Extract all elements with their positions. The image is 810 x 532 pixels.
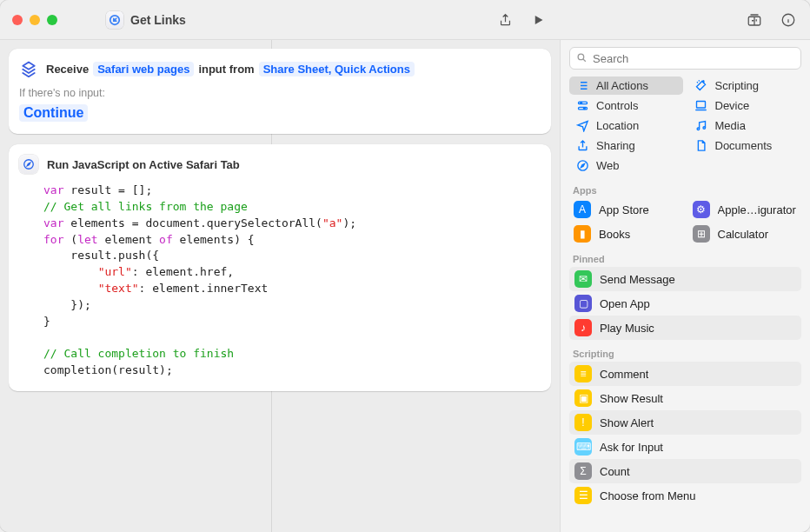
category-label: Documents (715, 139, 773, 152)
category-sharing[interactable]: Sharing (569, 136, 683, 155)
action-label: Apple…igurator (718, 203, 796, 216)
action-label: Comment (600, 368, 648, 381)
action-row[interactable]: ☰Choose from Menu (569, 483, 801, 508)
section-header-apps: Apps (561, 178, 810, 198)
titlebar: Get Links (0, 0, 810, 40)
doc-icon (694, 139, 708, 152)
menu-icon: ☰ (574, 487, 592, 504)
zoom-window-button[interactable] (47, 15, 57, 25)
wand-icon (694, 79, 708, 92)
search-input[interactable] (569, 47, 801, 70)
list-icon (575, 79, 589, 92)
no-input-label: If there's no input: (19, 87, 541, 99)
books-icon: ▮ (574, 225, 591, 243)
js-card-title: Run JavaScript on Active Safari Tab (47, 158, 240, 171)
library-toggle-button[interactable] (746, 12, 763, 28)
action-row[interactable]: ♪Play Music (569, 316, 801, 340)
svg-point-12 (577, 161, 587, 170)
workflow-editor[interactable]: Receive Safari web pages input from Shar… (0, 40, 560, 532)
run-javascript-card[interactable]: Run JavaScript on Active Safari Tab var … (9, 144, 551, 391)
body: Receive Safari web pages input from Shar… (0, 40, 810, 532)
count-icon: Σ (574, 462, 592, 480)
section-scripting: ≡Comment▣Show Result!Show Alert⌨Ask for … (561, 362, 810, 509)
action-row[interactable]: AApp Store (569, 198, 683, 221)
location-icon (575, 119, 589, 132)
category-web[interactable]: Web (569, 156, 683, 175)
action-label: Play Music (600, 322, 654, 335)
device-icon (694, 99, 708, 112)
action-label: App Store (599, 203, 649, 216)
category-controls[interactable]: Controls (569, 96, 683, 115)
input-type-token[interactable]: Safari web pages (93, 62, 194, 76)
action-label: Send Message (600, 273, 675, 286)
action-row[interactable]: ⊞Calculator (688, 223, 802, 245)
section-pinned: ✉Send Message▢Open App♪Play Music (561, 267, 810, 342)
svg-point-11 (703, 127, 706, 130)
share-up-icon (575, 139, 589, 152)
result-icon: ▣ (574, 389, 592, 407)
safari-action-icon (19, 155, 38, 174)
svg-point-7 (580, 102, 581, 103)
workflow-input-card[interactable]: Receive Safari web pages input from Shar… (9, 49, 551, 134)
category-documents[interactable]: Documents (688, 136, 802, 155)
svg-point-4 (578, 54, 584, 59)
category-label: Media (715, 119, 746, 132)
actions-sidebar: All ActionsScriptingControlsDeviceLocati… (560, 40, 810, 532)
input-icon: ⌨ (574, 438, 592, 456)
category-scripting[interactable]: Scripting (688, 76, 802, 95)
category-label: Web (596, 159, 620, 172)
action-row[interactable]: ⌨Ask for Input (569, 435, 801, 459)
action-label: Choose from Menu (600, 489, 696, 502)
title-area: Get Links (106, 11, 186, 29)
svg-point-8 (583, 108, 585, 110)
section-header-pinned: Pinned (561, 247, 810, 267)
minimize-window-button[interactable] (30, 15, 40, 25)
category-label: Device (715, 99, 750, 112)
category-media[interactable]: Media (688, 116, 802, 135)
run-button[interactable] (532, 11, 545, 29)
action-label: Show Result (600, 392, 663, 405)
open-icon: ▢ (574, 295, 592, 312)
section-header-scripting: Scripting (561, 342, 810, 362)
category-device[interactable]: Device (688, 96, 802, 115)
svg-point-10 (697, 128, 700, 130)
sliders-icon (575, 99, 589, 112)
action-row[interactable]: ▮Books (569, 223, 683, 245)
music-icon (694, 119, 708, 132)
toolbar-right (746, 12, 796, 28)
javascript-code-editor[interactable]: var result = []; // Get all links from t… (19, 183, 541, 379)
svg-rect-6 (578, 107, 587, 110)
category-location[interactable]: Location (569, 116, 683, 135)
category-label: Sharing (596, 139, 635, 152)
search-icon (576, 52, 588, 63)
action-row[interactable]: ▢Open App (569, 291, 801, 316)
action-row[interactable]: ⚙Apple…igurator (688, 198, 802, 221)
section-apps: AApp Store⚙Apple…igurator▮Books⊞Calculat… (561, 198, 810, 247)
shortcut-app-icon (106, 11, 123, 29)
action-label: Count (600, 465, 630, 478)
input-sources-token[interactable]: Share Sheet, Quick Actions (259, 62, 415, 76)
action-label: Ask for Input (600, 441, 663, 454)
alert-icon: ! (574, 414, 592, 431)
category-all-actions[interactable]: All Actions (569, 76, 683, 95)
comment-icon: ≡ (574, 365, 592, 382)
toolbar-center (498, 11, 545, 29)
action-row[interactable]: ▣Show Result (569, 386, 801, 410)
share-button[interactable] (498, 11, 513, 29)
action-row[interactable]: ✉Send Message (569, 267, 801, 291)
action-row[interactable]: ΣCount (569, 459, 801, 483)
category-grid: All ActionsScriptingControlsDeviceLocati… (561, 75, 810, 178)
app-window: Get Links (0, 0, 810, 532)
no-input-action-token[interactable]: Continue (19, 104, 88, 122)
category-label: Scripting (715, 79, 760, 92)
action-label: Calculator (718, 228, 769, 241)
window-controls (12, 15, 57, 25)
info-button[interactable] (780, 12, 796, 28)
action-label: Open App (600, 297, 650, 310)
action-row[interactable]: ≡Comment (569, 362, 801, 386)
action-row[interactable]: !Show Alert (569, 410, 801, 435)
sidebar-sections: AppsAApp Store⚙Apple…igurator▮Books⊞Calc… (561, 178, 810, 509)
close-window-button[interactable] (12, 15, 23, 25)
music-app-icon: ♪ (574, 319, 592, 336)
window-title: Get Links (130, 13, 186, 27)
